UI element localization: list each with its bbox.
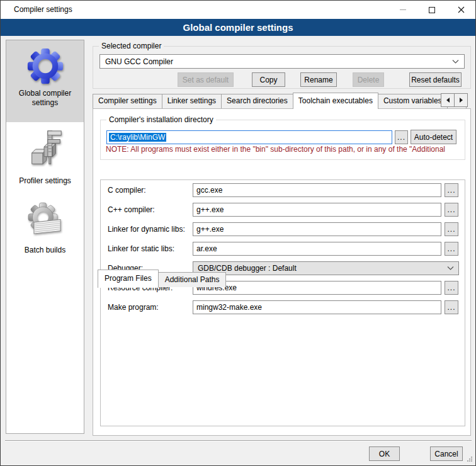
tab-scroll-right-button[interactable] [454, 93, 468, 107]
blue-gear-icon [26, 47, 65, 86]
tab-search-directories[interactable]: Search directories [221, 94, 293, 108]
make-program-label: Make program: [108, 300, 159, 314]
debugger-select[interactable]: GDB/CDB debugger : Default [193, 261, 459, 275]
tab-additional-paths[interactable]: Additional Paths [158, 272, 227, 287]
gear-stack-icon [25, 201, 65, 241]
maximize-button[interactable] [417, 1, 446, 19]
toolchain-executables-panel: Compiler's installation directory C:\ray… [93, 108, 471, 436]
linker-dynamic-label: Linker for dynamic libs: [108, 222, 185, 236]
linker-dynamic-input[interactable] [193, 222, 441, 236]
ok-button[interactable]: OK [369, 446, 400, 461]
close-icon [458, 6, 465, 13]
titlebar: Compiler settings [1, 1, 475, 19]
installation-directory-legend: Compiler's installation directory [106, 115, 216, 124]
arrow-left-icon [446, 98, 450, 103]
footer-divider [5, 440, 472, 441]
resize-grip-icon[interactable] [471, 457, 472, 458]
cpp-compiler-browse-button[interactable]: ... [445, 203, 458, 217]
cpp-compiler-label: C++ compiler: [108, 203, 155, 217]
arrow-right-icon [460, 98, 463, 103]
reset-defaults-button[interactable]: Reset defaults [409, 72, 462, 87]
make-program-browse-button[interactable]: ... [445, 300, 458, 314]
tab-scroll-buttons [441, 93, 467, 107]
resource-compiler-browse-button[interactable]: ... [445, 281, 458, 295]
banner-title: Global compiler settings [183, 22, 293, 33]
program-tabstrip: Program Files Additional Paths [98, 270, 225, 287]
compiler-select[interactable]: GNU GCC Compiler [99, 54, 465, 69]
minimize-icon [400, 9, 406, 10]
maximize-icon [429, 7, 435, 13]
compiler-settings-dialog: Compiler settings Global compiler settin… [0, 0, 476, 466]
minimize-button[interactable] [388, 1, 417, 19]
installation-directory-value: C:\raylib\MinGW [109, 133, 166, 142]
copy-button[interactable]: Copy [252, 72, 285, 87]
c-compiler-browse-button[interactable]: ... [445, 183, 458, 197]
sidebar-item-label: Global compiler settings [6, 89, 84, 108]
sidebar-item-label: Profiler settings [19, 176, 71, 186]
resource-compiler-input[interactable] [193, 281, 441, 295]
banner: Global compiler settings [1, 19, 475, 36]
sidebar-item-label: Batch builds [25, 246, 65, 255]
close-button[interactable] [446, 1, 475, 19]
tab-toolchain-executables[interactable]: Toolchain executables [293, 93, 378, 109]
selected-compiler-group: Selected compiler GNU GCC Compiler Set a… [93, 46, 471, 89]
caption-buttons [388, 1, 475, 19]
sidebar: Global compiler settings [6, 40, 84, 434]
tab-scroll-left-button[interactable] [441, 93, 455, 107]
sidebar-item-global-compiler-settings[interactable]: Global compiler settings [6, 40, 84, 122]
compiler-select-value: GNU GCC Compiler [105, 57, 173, 66]
sidebar-item-batch-builds[interactable]: Batch builds [6, 201, 84, 255]
c-compiler-label: C compiler: [108, 183, 146, 197]
caliper-icon [26, 130, 65, 169]
installation-directory-group: Compiler's installation directory C:\ray… [100, 120, 465, 160]
window-title: Compiler settings [14, 5, 72, 14]
program-files-panel: C compiler: ... C++ compiler: ... Linker… [100, 179, 465, 426]
linker-dynamic-browse-button[interactable]: ... [445, 222, 458, 236]
chevron-down-icon [447, 266, 454, 270]
sidebar-item-profiler-settings[interactable]: Profiler settings [6, 130, 84, 186]
tab-program-files[interactable]: Program Files [98, 270, 159, 288]
selected-compiler-legend: Selected compiler [99, 42, 164, 50]
cancel-button[interactable]: Cancel [430, 446, 463, 461]
set-as-default-button[interactable]: Set as default [178, 72, 234, 87]
chevron-down-icon [452, 60, 459, 64]
auto-detect-button[interactable]: Auto-detect [411, 130, 456, 144]
c-compiler-input[interactable] [193, 183, 441, 197]
linker-static-input[interactable] [193, 242, 441, 256]
rename-button[interactable]: Rename [300, 72, 337, 87]
installation-directory-input[interactable]: C:\raylib\MinGW [106, 130, 392, 144]
make-program-input[interactable] [193, 300, 441, 314]
tab-compiler-settings[interactable]: Compiler settings [93, 94, 162, 108]
settings-tabstrip: Compiler settings Linker settings Search… [93, 94, 466, 108]
installation-directory-browse-button[interactable]: ... [395, 130, 408, 144]
tab-linker-settings[interactable]: Linker settings [162, 94, 222, 108]
tab-custom-variables[interactable]: Custom variables [378, 94, 448, 108]
bin-subdirectory-note: NOTE: All programs must exist either in … [106, 145, 465, 154]
delete-button[interactable]: Delete [353, 72, 384, 87]
linker-static-label: Linker for static libs: [108, 242, 174, 256]
cpp-compiler-input[interactable] [193, 203, 441, 217]
linker-static-browse-button[interactable]: ... [445, 242, 458, 256]
